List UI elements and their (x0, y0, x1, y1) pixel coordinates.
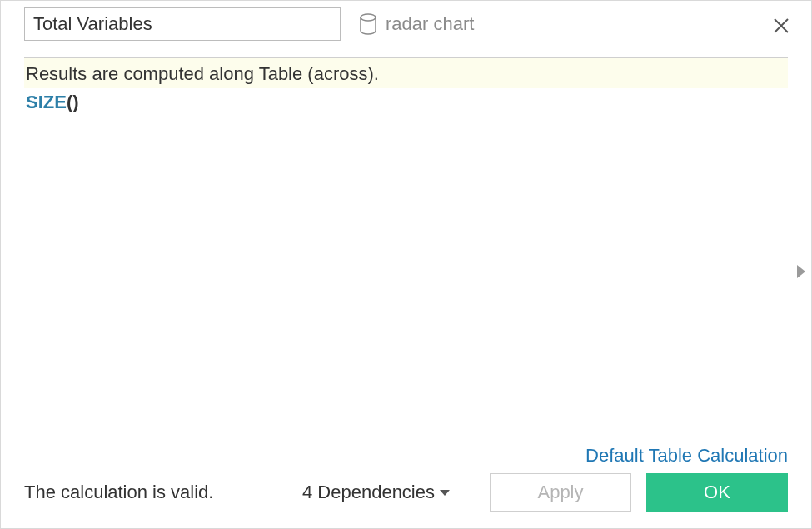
function-token: SIZE (26, 92, 67, 112)
computation-hint: Results are computed along Table (across… (24, 58, 788, 88)
expand-panel-button[interactable] (795, 264, 807, 282)
ok-button[interactable]: OK (646, 473, 788, 512)
dialog-header: radar chart (1, 1, 811, 47)
dependencies-label: 4 Dependencies (302, 482, 435, 503)
validation-status: The calculation is valid. (24, 482, 213, 503)
default-table-calculation-link[interactable]: Default Table Calculation (585, 445, 788, 466)
link-row: Default Table Calculation (1, 445, 811, 473)
dialog-footer: The calculation is valid. 4 Dependencies… (1, 473, 811, 528)
database-icon (359, 13, 377, 35)
datasource-label: radar chart (386, 13, 474, 35)
chevron-right-icon (795, 267, 807, 282)
dependencies-dropdown[interactable]: 4 Dependencies (302, 482, 450, 503)
caret-down-icon (440, 490, 450, 496)
close-paren: ) (72, 92, 78, 112)
svg-marker-3 (797, 265, 805, 278)
apply-button[interactable]: Apply (490, 473, 631, 512)
calculation-editor-dialog: radar chart Results are computed along T… (0, 0, 812, 529)
close-icon (772, 17, 790, 35)
calculation-name-input[interactable] (24, 7, 341, 41)
formula-editor[interactable]: SIZE() (24, 88, 788, 445)
close-button[interactable] (770, 14, 793, 37)
datasource-indicator[interactable]: radar chart (359, 13, 474, 35)
svg-point-0 (361, 14, 376, 21)
